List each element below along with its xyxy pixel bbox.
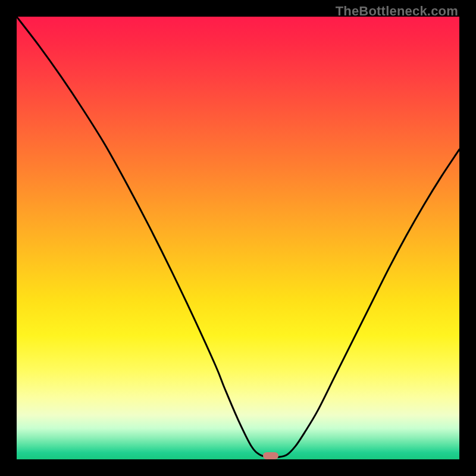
bottleneck-curve	[17, 17, 459, 458]
optimal-point-marker	[263, 452, 278, 459]
curve-svg	[17, 17, 459, 459]
chart-frame: TheBottleneck.com	[0, 0, 476, 476]
plot-area	[17, 17, 459, 459]
